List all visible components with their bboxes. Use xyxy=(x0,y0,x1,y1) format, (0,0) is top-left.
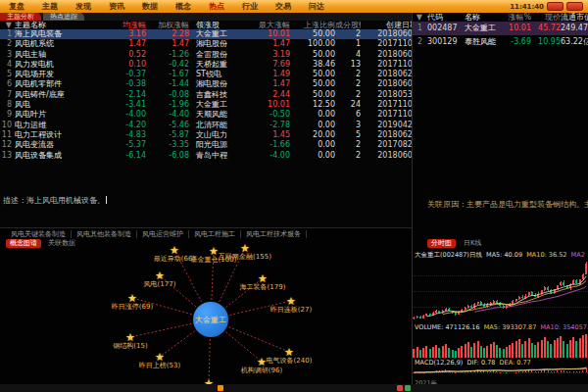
theme-row[interactable]: 7风电铸件/底座-2.14-0.08吉鑫科技2.4450.00220180530… xyxy=(0,90,412,100)
menu-item-2[interactable]: 发现 xyxy=(67,0,100,13)
candle xyxy=(477,302,479,304)
graph-node-9[interactable]: ★昨日上榜(53) xyxy=(139,353,180,369)
account-badge-icon[interactable] xyxy=(566,2,583,11)
volume-ma10: MA10: 354057.8 xyxy=(541,323,588,331)
graph-node-2[interactable]: ★互联网金融(155) xyxy=(219,244,271,261)
industry-tab-1[interactable]: 风电其他装备制造 xyxy=(72,230,137,238)
quote-col-header[interactable]: 现价 xyxy=(531,13,561,22)
trade-badge-icon[interactable] xyxy=(547,2,564,11)
tab-related-data[interactable]: 关联数据 xyxy=(48,239,75,248)
menu-item-6[interactable]: 热点 xyxy=(200,0,233,13)
volume-bar xyxy=(467,342,469,358)
volume-bar xyxy=(547,341,549,358)
theme-row[interactable]: 10电力运维-4.20-5.46北清环能-2.780.00320190424风电… xyxy=(0,121,412,130)
volume-bar xyxy=(480,346,482,358)
menu-item-9[interactable]: 问达 xyxy=(300,0,333,13)
quote-col-header[interactable]: 名称 xyxy=(465,13,500,22)
theme-row[interactable]: 11电力工程设计-4.83-5.87文山电力1.4520.00520180622… xyxy=(0,130,412,140)
theme-col-header[interactable]: 最大涨幅 xyxy=(247,21,290,29)
volume-bar xyxy=(461,346,463,358)
volume-bar xyxy=(455,351,457,358)
tab-concept-graph[interactable]: 概念图谱 xyxy=(6,239,41,248)
taskbar-icon-app3[interactable] xyxy=(405,385,411,391)
theme-col-header[interactable]: 成分股数 xyxy=(335,21,361,29)
quote-col-header[interactable]: 代码 xyxy=(422,13,465,22)
ma20-value: MA2 xyxy=(571,251,585,259)
candlestick-pane[interactable] xyxy=(413,260,588,322)
candle xyxy=(473,304,475,308)
volume-bar xyxy=(531,343,533,358)
theme-row[interactable]: 6风电机零部件-0.38-1.44湘电股份1.4750.00220180607风… xyxy=(0,79,412,89)
taskbar xyxy=(0,384,588,392)
theme-row[interactable]: 13风电设备集成-6.14-6.08青岛中程-4.000.00220180606… xyxy=(0,151,412,161)
candle xyxy=(416,317,418,318)
industry-tab-0[interactable]: 风电关键装备制造 xyxy=(6,230,72,238)
tab-hotspot[interactable]: 热点追踪 xyxy=(43,13,84,21)
candle xyxy=(413,318,415,318)
theme-table-body: 1海上风电装备3.162.28大金重工10.0150.00220180607风电… xyxy=(0,29,412,161)
sort-arrow-icon[interactable]: ▼ xyxy=(0,21,12,29)
candle xyxy=(506,306,508,308)
candle xyxy=(467,306,469,308)
tab-theme-analysis[interactable]: 主题分析 xyxy=(0,13,41,21)
industry-tab-4[interactable]: 风电工程技术服务 xyxy=(241,230,307,238)
clock: 11:41:40 xyxy=(510,3,544,11)
graph-node-3[interactable]: ★风电(177) xyxy=(144,271,176,288)
quote-col-header[interactable]: 涨幅% xyxy=(500,13,531,22)
taskbar-icon-app1[interactable] xyxy=(218,385,223,391)
theme-row[interactable]: 5风电场开发-0.37-1.67ST锐电1.4950.00220180623风电… xyxy=(0,70,412,79)
theme-row[interactable]: 1海上风电装备3.162.28大金重工10.0150.00220180607风电… xyxy=(0,29,412,39)
sort-arrow-icon[interactable]: ▼ xyxy=(413,13,422,22)
tab-intraday[interactable]: 分时图 xyxy=(427,239,456,248)
theme-col-header[interactable]: 均涨幅 xyxy=(103,21,146,29)
theme-row[interactable]: 9风电叶片-4.00-4.40天顺风能-0.500.00620171107风电关… xyxy=(0,110,412,120)
quote-row[interactable]: 1002487大金重工10.0145.72249.47亿 xyxy=(413,22,588,35)
theme-row[interactable]: 12风电变流器-5.37-3.35阳光电源-1.660.00220170823风… xyxy=(0,140,412,150)
menu-item-3[interactable]: 资讯 xyxy=(100,0,133,13)
theme-row[interactable]: 8风电-3.41-1.96大金重工10.0112.502420171108风电 xyxy=(0,100,412,110)
theme-col-header[interactable]: 主题名称 xyxy=(12,21,103,29)
graph-node-0[interactable]: ★最近异动(66) xyxy=(154,246,195,263)
menu-item-4[interactable]: 数据 xyxy=(133,0,167,13)
graph-node-6[interactable]: ★昨日连板(27) xyxy=(270,297,312,314)
theme-col-header[interactable]: 上涨比例 xyxy=(290,21,335,29)
menu-item-7[interactable]: 行业 xyxy=(233,0,267,13)
theme-row[interactable]: 2风电机系统1.471.47湘电股份1.47100.00120171107风电关… xyxy=(0,39,412,49)
menu-item-5[interactable]: 概念 xyxy=(167,0,200,13)
tab-daily-k[interactable]: 日K线 xyxy=(464,239,482,248)
taskbar-icon-app2[interactable] xyxy=(397,385,403,391)
quote-row[interactable]: 2300129泰胜风能-3.6910.9563.22亿 xyxy=(413,35,588,49)
candle xyxy=(544,287,546,290)
graph-center-node[interactable]: 大金重工 xyxy=(193,302,228,337)
volume-bar xyxy=(579,338,581,358)
macd-pane[interactable] xyxy=(413,367,588,378)
volume-pane[interactable] xyxy=(413,332,588,358)
theme-row[interactable]: 3风电主轴0.52-1.26金雷股份3.1950.00420180607风电关键… xyxy=(0,50,412,60)
theme-col-header[interactable]: 创建日期 xyxy=(361,21,412,29)
volume-bar xyxy=(452,350,454,358)
quote-col-header[interactable]: 流通市值 xyxy=(561,13,588,22)
menu-item-0[interactable]: 复盘 xyxy=(0,0,33,13)
candle xyxy=(563,282,564,285)
theme-col-header[interactable]: 加权涨幅 xyxy=(146,21,189,29)
theme-col-header[interactable]: 领涨股 xyxy=(189,21,247,29)
menu-item-1[interactable]: 主题 xyxy=(33,0,67,13)
volume-bar xyxy=(554,340,556,358)
volume-bar xyxy=(563,341,564,358)
candle xyxy=(572,280,574,284)
graph-node-4[interactable]: ★海工装备(179) xyxy=(240,274,286,291)
candle xyxy=(537,294,539,297)
industry-tab-2[interactable]: 风电运营维护 xyxy=(137,230,189,238)
volume-bar xyxy=(429,349,431,358)
industry-tab-3[interactable]: 风电工程施工 xyxy=(189,230,241,238)
volume-bar xyxy=(518,339,520,358)
menu-item-8[interactable]: 交易 xyxy=(267,0,300,13)
macd-info-row: MACD(12,26,9) DIF: 0.78 DEA: 0.77 xyxy=(415,359,588,367)
graph-node-10[interactable]: ★机构调研(96) xyxy=(241,358,282,374)
graph-node-7[interactable]: ★钢结构(15) xyxy=(113,333,147,350)
star-icon: ★ xyxy=(270,297,312,306)
ma10-value: MA10: 36.52 xyxy=(526,251,566,259)
candle xyxy=(550,290,552,293)
theme-row[interactable]: 4风力发电机0.10-0.42天桥起重7.6938.461320171107风电… xyxy=(0,60,412,70)
graph-node-5[interactable]: ★昨日涨停(69) xyxy=(112,294,153,311)
